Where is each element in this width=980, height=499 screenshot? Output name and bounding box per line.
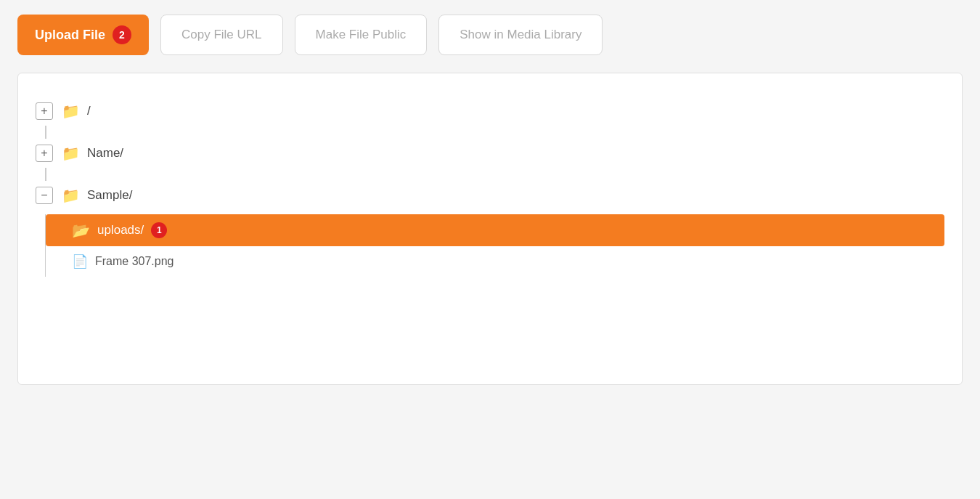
make-file-public-button[interactable]: Make File Public	[295, 15, 428, 55]
file-panel: + 📁 / + 📁 Name/ − 📁 Sample/ 📂 uploads/ 1…	[17, 73, 963, 385]
tree-connector-line-1	[45, 126, 46, 139]
upload-file-label: Upload File	[35, 28, 105, 43]
sample-children: 📂 uploads/ 1 📄 Frame 307.png	[45, 214, 944, 277]
expand-root-button[interactable]: +	[36, 102, 53, 120]
name-label: Name/	[87, 146, 123, 161]
tree-row-uploads[interactable]: 📂 uploads/ 1	[46, 214, 944, 246]
tree-row-sample[interactable]: − 📁 Sample/	[36, 181, 944, 210]
tree-row-root[interactable]: + 📁 /	[36, 97, 944, 126]
tree-connector-line-2	[45, 168, 46, 181]
root-label: /	[87, 104, 91, 118]
make-file-public-label: Make File Public	[316, 28, 407, 41]
tree-row-frame307[interactable]: 📄 Frame 307.png	[46, 246, 944, 277]
copy-file-url-button[interactable]: Copy File URL	[160, 15, 283, 55]
tree-row-name[interactable]: + 📁 Name/	[36, 139, 944, 168]
upload-badge: 2	[113, 25, 131, 44]
sample-label: Sample/	[87, 188, 132, 203]
folder-icon-name: 📁	[62, 145, 80, 162]
copy-file-url-label: Copy File URL	[181, 28, 262, 41]
folder-open-icon-uploads: 📂	[72, 222, 90, 239]
show-in-media-library-button[interactable]: Show in Media Library	[438, 15, 603, 55]
file-icon-frame307: 📄	[72, 253, 88, 269]
show-in-media-library-label: Show in Media Library	[460, 28, 581, 41]
uploads-badge: 1	[151, 222, 167, 238]
toolbar: Upload File 2 Copy File URL Make File Pu…	[17, 15, 963, 55]
folder-icon-sample: 📁	[62, 187, 80, 204]
folder-icon-root: 📁	[62, 102, 80, 120]
upload-file-button[interactable]: Upload File 2	[17, 15, 149, 55]
expand-sample-button[interactable]: −	[36, 187, 53, 204]
expand-name-button[interactable]: +	[36, 145, 53, 162]
file-label-frame307: Frame 307.png	[95, 255, 174, 268]
uploads-label: uploads/	[97, 223, 144, 238]
